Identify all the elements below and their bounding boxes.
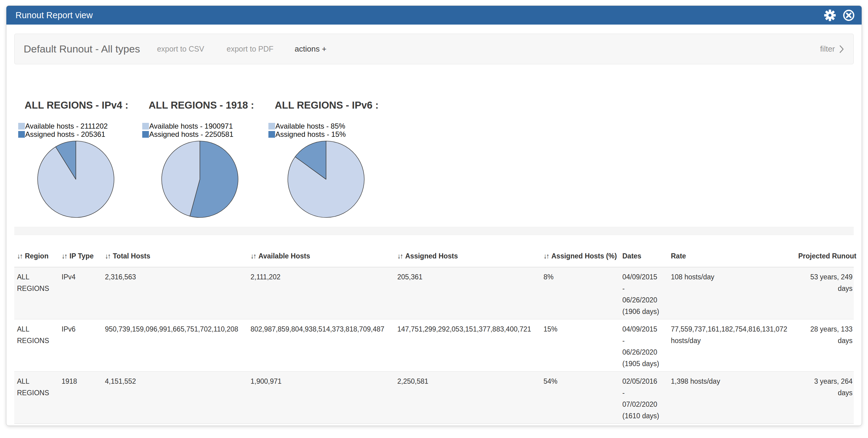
runout-report-window: Runout Report view Default Runout - All … <box>6 5 862 426</box>
cell-iptype: IPv6 <box>58 319 101 372</box>
col-header-label: Projected Runout <box>798 252 857 260</box>
col-header-assigned[interactable]: ↓↑Assigned Hosts <box>394 235 540 267</box>
legend-item: Available hosts - 85% <box>269 122 384 130</box>
filter-toggle-button[interactable]: filter <box>820 44 844 54</box>
legend-swatch <box>142 123 149 129</box>
cell-region: ALL REGIONS <box>14 267 58 319</box>
window-title: Runout Report view <box>16 10 93 20</box>
legend-item: Assigned hosts - 205361 <box>18 130 133 138</box>
pie-chart-ipv6: ALL REGIONS - IPv6 : Available hosts - 8… <box>269 99 384 218</box>
col-header-label: Available Hosts <box>258 252 310 260</box>
cell-dates: 04/09/2015 - 06/26/2020 (1905 days) <box>619 319 667 372</box>
section-divider <box>14 227 854 235</box>
legend-swatch <box>18 131 25 138</box>
cell-pct: 15% <box>540 319 619 372</box>
cell-region: ALL REGIONS <box>14 372 58 424</box>
legend-label: Available hosts - 1900971 <box>149 122 233 130</box>
legend-swatch <box>269 123 275 129</box>
cell-total: 4,151,552 <box>101 372 247 424</box>
cell-pct: 54% <box>540 372 619 424</box>
table-row: ALL REGIONSIPv6950,739,159,096,991,665,7… <box>14 319 854 372</box>
pie-svg <box>161 140 239 218</box>
pie-charts-section: ALL REGIONS - IPv4 : Available hosts - 2… <box>14 64 854 222</box>
export-csv-button[interactable]: export to CSV <box>157 44 205 53</box>
legend-item: Assigned hosts - 15% <box>269 130 384 138</box>
chevron-right-icon <box>839 45 844 53</box>
cell-available: 802,987,859,804,938,514,373,818,709,487 <box>247 319 394 372</box>
cell-assigned: 2,250,581 <box>394 372 540 424</box>
pie-svg <box>37 140 115 218</box>
sort-arrows-icon: ↓↑ <box>544 252 549 260</box>
col-header-label: Dates <box>622 252 642 260</box>
chart-legend: Available hosts - 2111202Assigned hosts … <box>18 122 133 138</box>
legend-label: Available hosts - 85% <box>275 122 345 130</box>
col-header-label: Region <box>25 252 49 260</box>
col-header-total[interactable]: ↓↑Total Hosts <box>101 235 247 267</box>
chart-legend: Available hosts - 85%Assigned hosts - 15… <box>269 122 384 138</box>
cell-projected: 53 years, 249 days <box>795 267 854 319</box>
sort-arrows-icon: ↓↑ <box>250 252 256 260</box>
sort-arrows-icon: ↓↑ <box>17 252 22 260</box>
legend-item: Available hosts - 1900971 <box>142 122 257 130</box>
col-header-region[interactable]: ↓↑Region <box>14 235 58 267</box>
col-header-pct[interactable]: ↓↑Assigned Hosts (%) <box>540 235 619 267</box>
cell-dates: 02/05/2016 - 07/02/2020 (1610 days) <box>619 372 667 424</box>
cell-projected: 28 years, 133 days <box>795 319 854 372</box>
cell-iptype: 1918 <box>58 372 101 424</box>
close-circle-icon[interactable] <box>842 9 855 22</box>
legend-item: Assigned hosts - 2250581 <box>142 130 257 138</box>
pie-svg <box>287 140 365 218</box>
sort-arrows-icon: ↓↑ <box>397 252 402 260</box>
runout-table: ↓↑Region↓↑IP Type↓↑Total Hosts↓↑Availabl… <box>14 235 854 424</box>
col-header-label: Rate <box>671 252 686 260</box>
report-title: Default Runout - All types <box>24 43 140 55</box>
sort-arrows-icon: ↓↑ <box>105 252 110 260</box>
col-header-projected: Projected Runout <box>795 235 854 267</box>
col-header-available[interactable]: ↓↑Available Hosts <box>247 235 394 267</box>
legend-label: Available hosts - 2111202 <box>25 122 108 130</box>
legend-label: Assigned hosts - 2250581 <box>149 130 234 138</box>
col-header-label: Total Hosts <box>113 252 150 260</box>
titlebar: Runout Report view <box>6 6 862 25</box>
col-header-label: Assigned Hosts (%) <box>551 252 617 260</box>
legend-swatch <box>18 123 25 129</box>
col-header-label: Assigned Hosts <box>405 252 458 260</box>
cell-rate: 1,398 hosts/day <box>667 372 795 424</box>
cell-region: ALL REGIONS <box>14 319 58 372</box>
cell-assigned: 147,751,299,292,053,151,377,883,400,721 <box>394 319 540 372</box>
legend-label: Assigned hosts - 205361 <box>25 130 105 138</box>
gear-icon[interactable] <box>824 9 836 21</box>
sort-arrows-icon: ↓↑ <box>62 252 67 260</box>
cell-projected: 3 years, 264 days <box>795 372 854 424</box>
pie-chart-1918: ALL REGIONS - 1918 : Available hosts - 1… <box>142 99 257 218</box>
col-header-rate: Rate <box>667 235 795 267</box>
col-header-iptype[interactable]: ↓↑IP Type <box>58 235 101 267</box>
table-row: ALL REGIONSIPv42,316,5632,111,202205,361… <box>14 267 854 319</box>
cell-total: 950,739,159,096,991,665,751,702,110,208 <box>101 319 247 372</box>
chart-title: ALL REGIONS - IPv4 : <box>25 99 133 111</box>
report-toolbar: Default Runout - All types export to CSV… <box>14 34 854 64</box>
table-header-row: ↓↑Region↓↑IP Type↓↑Total Hosts↓↑Availabl… <box>14 235 854 267</box>
legend-swatch <box>269 131 275 138</box>
cell-available: 1,900,971 <box>247 372 394 424</box>
legend-label: Assigned hosts - 15% <box>275 130 346 138</box>
filter-label: filter <box>820 44 835 54</box>
cell-assigned: 205,361 <box>394 267 540 319</box>
chart-legend: Available hosts - 1900971Assigned hosts … <box>142 122 257 138</box>
chart-title: ALL REGIONS - 1918 : <box>149 99 257 111</box>
col-header-dates: Dates <box>619 235 667 267</box>
chart-title: ALL REGIONS - IPv6 : <box>275 99 384 111</box>
legend-swatch <box>142 131 149 138</box>
cell-pct: 8% <box>540 267 619 319</box>
export-pdf-button[interactable]: export to PDF <box>226 44 273 53</box>
cell-available: 2,111,202 <box>247 267 394 319</box>
cell-iptype: IPv4 <box>58 267 101 319</box>
legend-item: Available hosts - 2111202 <box>18 122 133 130</box>
cell-dates: 04/09/2015 - 06/26/2020 (1906 days) <box>619 267 667 319</box>
cell-total: 2,316,563 <box>101 267 247 319</box>
actions-menu-button[interactable]: actions + <box>295 44 327 54</box>
table-row: ALL REGIONS19184,151,5521,900,9712,250,5… <box>14 372 854 424</box>
cell-rate: 77,559,737,161,182,754,816,131,072 hosts… <box>667 319 795 372</box>
col-header-label: IP Type <box>69 252 94 260</box>
pie-chart-ipv4: ALL REGIONS - IPv4 : Available hosts - 2… <box>18 99 133 218</box>
